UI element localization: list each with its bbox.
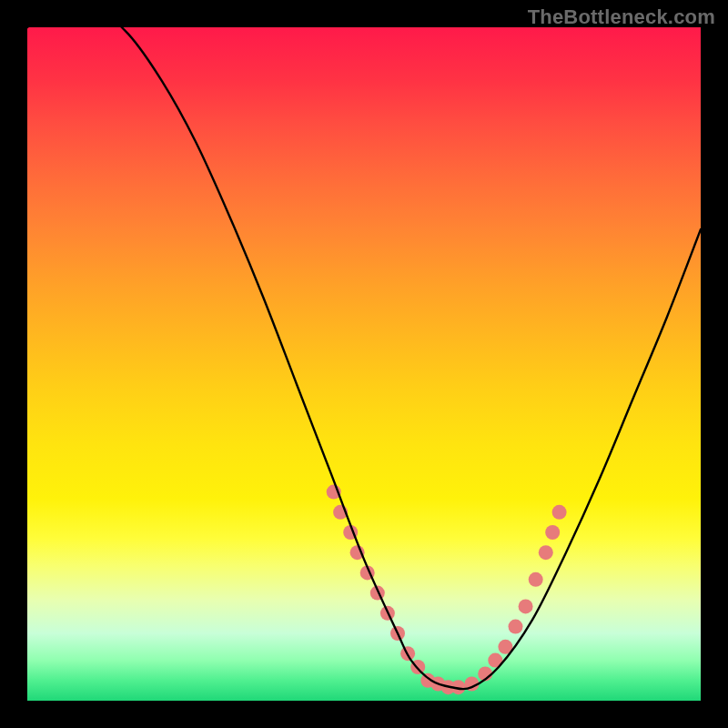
chart-container: TheBottleneck.com — [0, 0, 728, 728]
gradient-plot-area — [27, 27, 701, 701]
watermark-text: TheBottleneck.com — [528, 5, 715, 29]
